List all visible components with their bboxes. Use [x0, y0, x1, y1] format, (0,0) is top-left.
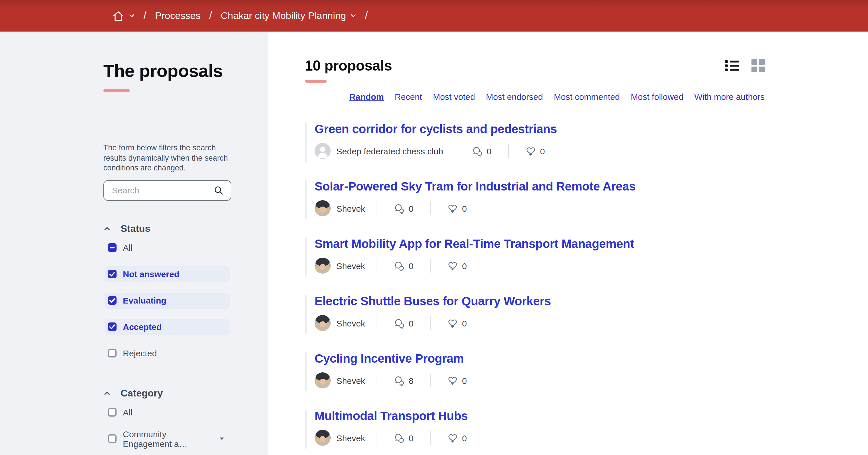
proposal-author[interactable]: Shevek: [315, 430, 377, 446]
search-input[interactable]: [111, 185, 214, 196]
grid-view-icon: [751, 59, 765, 72]
comment-bubbles-icon: [394, 260, 405, 271]
search-box: [103, 180, 231, 200]
filters-description: The form below filters the search result…: [103, 143, 240, 173]
sort-option-random[interactable]: Random: [349, 92, 384, 102]
sort-option-most-followed[interactable]: Most followed: [631, 92, 683, 102]
filter-option-status-all[interactable]: All: [104, 239, 229, 256]
proposal-title-link[interactable]: Multimodal Transport Hubs: [315, 409, 468, 422]
endorsements-count[interactable]: 0: [431, 375, 484, 386]
filter-option-label: Community Engagement a…: [123, 429, 212, 448]
comments-count[interactable]: 0: [455, 145, 508, 156]
sort-option-most-endorsed[interactable]: Most endorsed: [486, 92, 543, 102]
filter-option-label: Not answered: [123, 269, 179, 279]
sort-option-with-more-authors[interactable]: With more authors: [694, 92, 765, 102]
checkbox-checked-icon: [108, 296, 117, 305]
proposal-title-link[interactable]: Green corridor for cyclists and pedestri…: [315, 122, 557, 135]
chevron-down-icon: [350, 12, 356, 19]
category-expand-toggle[interactable]: [219, 435, 225, 442]
breadcrumb: / Processes / Chakar city Mobility Plann…: [103, 0, 765, 32]
endorsements-count[interactable]: 0: [431, 318, 484, 328]
filter-option-status-not-answered[interactable]: Not answered: [104, 266, 229, 282]
proposals-main: 10 proposals: [268, 32, 868, 455]
proposal-author[interactable]: Shevek: [315, 200, 377, 216]
comments-count[interactable]: 0: [377, 203, 430, 214]
filter-option-category-community-engagement[interactable]: Community Engagement a…: [104, 431, 229, 447]
heading-accent-bar: [305, 80, 327, 83]
list-view-icon: [725, 59, 739, 71]
comments-number: 0: [487, 146, 492, 156]
heart-plus-icon: [525, 145, 536, 156]
endorsements-number: 0: [462, 203, 467, 213]
author-name: Sedep federated chess club: [336, 146, 443, 156]
search-button[interactable]: [214, 185, 224, 195]
sort-option-most-voted[interactable]: Most voted: [433, 92, 475, 102]
endorsements-count[interactable]: 0: [508, 145, 561, 156]
endorsements-count[interactable]: 0: [431, 260, 484, 271]
filter-option-status-accepted[interactable]: Accepted: [104, 319, 229, 335]
top-navbar: / Processes / Chakar city Mobility Plann…: [0, 0, 868, 32]
proposal-card: Smart Mobility App for Real-Time Transpo…: [305, 236, 765, 274]
proposal-title-link[interactable]: Electric Shuttle Buses for Quarry Worker…: [315, 294, 551, 307]
sort-option-most-commented[interactable]: Most commented: [554, 92, 620, 102]
proposal-author[interactable]: Shevek: [315, 258, 377, 274]
home-dropdown-toggle[interactable]: [129, 12, 135, 19]
page: / Processes / Chakar city Mobility Plann…: [0, 0, 868, 455]
comments-number: 0: [409, 261, 414, 270]
avatar-placeholder: [315, 143, 331, 159]
proposal-title-link[interactable]: Solar-Powered Sky Tram for Industrial an…: [315, 180, 636, 193]
status-section-toggle[interactable]: Status: [103, 222, 257, 235]
comments-count[interactable]: 0: [377, 318, 430, 328]
proposal-author[interactable]: Shevek: [315, 315, 377, 331]
avatar: [315, 258, 331, 274]
grid-view-button[interactable]: [751, 59, 765, 72]
home-link[interactable]: [112, 9, 125, 22]
proposal-card: Cycling Incentive Program Shevek: [305, 351, 765, 388]
list-view-button[interactable]: [725, 59, 739, 71]
process-dropdown-toggle[interactable]: [350, 12, 356, 19]
endorsements-number: 0: [462, 433, 467, 443]
checkbox-indeterminate-icon: [108, 243, 117, 252]
category-section-toggle[interactable]: Category: [103, 387, 257, 400]
proposal-author[interactable]: Sedep federated chess club: [315, 143, 455, 159]
comments-count[interactable]: 0: [377, 432, 430, 443]
filter-option-label: Rejected: [123, 348, 157, 358]
breadcrumb-link-current-process[interactable]: Chakar city Mobility Planning: [221, 10, 346, 22]
chevron-up-icon: [103, 225, 111, 232]
author-name: Shevek: [336, 203, 365, 213]
endorsements-number: 0: [462, 318, 467, 328]
comments-count[interactable]: 8: [377, 375, 430, 386]
proposal-title-link[interactable]: Smart Mobility App for Real-Time Transpo…: [315, 237, 634, 250]
author-name: Shevek: [336, 433, 365, 443]
filter-option-category-all[interactable]: All: [104, 404, 229, 420]
filter-option-status-rejected[interactable]: Rejected: [104, 345, 229, 361]
breadcrumb-separator: /: [144, 10, 146, 22]
endorsements-count[interactable]: 0: [431, 432, 484, 443]
filter-option-label: All: [123, 408, 132, 417]
chevron-up-icon: [103, 390, 111, 397]
comment-bubbles-icon: [472, 145, 483, 156]
category-section-title: Category: [121, 388, 163, 399]
proposal-card: Solar-Powered Sky Tram for Industrial an…: [305, 178, 765, 216]
checkbox-unchecked-icon: [108, 434, 117, 443]
breadcrumb-link-processes[interactable]: Processes: [155, 10, 200, 22]
breadcrumb-separator: /: [209, 10, 212, 22]
filter-option-label: Evaluating: [123, 295, 166, 305]
filter-option-status-evaluating[interactable]: Evaluating: [104, 292, 229, 308]
proposal-author[interactable]: Shevek: [315, 372, 377, 388]
endorsements-count[interactable]: 0: [431, 203, 484, 214]
sort-options: Random Recent Most voted Most endorsed M…: [305, 92, 765, 102]
sort-option-recent[interactable]: Recent: [395, 92, 422, 102]
checkbox-unchecked-icon: [108, 408, 117, 417]
proposals-count-heading: 10 proposals: [305, 56, 392, 75]
endorsements-number: 0: [462, 376, 467, 385]
breadcrumb-separator: /: [365, 10, 368, 22]
comment-bubbles-icon: [394, 203, 405, 214]
proposal-title-link[interactable]: Cycling Incentive Program: [315, 352, 464, 365]
avatar: [315, 430, 331, 446]
comments-count[interactable]: 0: [377, 260, 430, 271]
endorsements-number: 0: [462, 261, 467, 270]
comments-number: 0: [409, 433, 414, 443]
category-filter-section: Category All Community Engagement a…: [103, 387, 257, 447]
heart-plus-icon: [447, 260, 458, 271]
